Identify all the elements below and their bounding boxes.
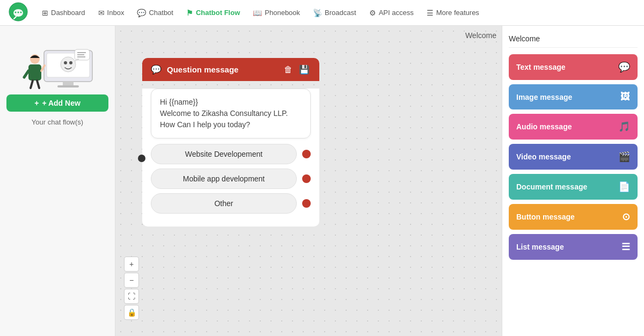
svg-point-9 [61, 57, 76, 72]
document-message-icon: 📄 [618, 181, 630, 193]
nav-chatbot-flow-label: Chatbot Flow [196, 9, 240, 17]
option-connector-1 [302, 150, 311, 158]
text-message-card[interactable]: Text message 💬 [509, 54, 638, 80]
phonebook-icon: 📖 [253, 9, 262, 17]
broadcast-icon: 📡 [313, 9, 322, 17]
button-message-label: Button message [516, 213, 575, 221]
nav-broadcast[interactable]: 📡 Broadcast [308, 5, 362, 20]
audio-message-card[interactable]: Audio message 🎵 [509, 114, 638, 140]
nav-chatbot[interactable]: 💬 Chatbot [131, 5, 179, 20]
list-message-icon: ☰ [621, 241, 630, 253]
image-message-card[interactable]: Image message 🖼 [509, 84, 638, 109]
list-message-label: List message [516, 243, 564, 251]
svg-rect-18 [28, 64, 41, 81]
right-panel-welcome: Welcome [509, 32, 638, 48]
video-message-icon: 🎬 [618, 151, 630, 163]
nav-chatbot-label: Chatbot [149, 9, 173, 17]
svg-point-3 [18, 11, 19, 13]
zoom-out-button[interactable]: − [124, 273, 139, 288]
left-sidebar: + + Add New Your chat flow(s) [0, 26, 115, 336]
option-pill-1[interactable]: Website Developement [151, 144, 297, 164]
button-message-card[interactable]: Button message ⊙ [509, 204, 638, 230]
nav-phonebook[interactable]: 📖 Phonebook [247, 5, 305, 20]
nav-more-label: More features [436, 9, 479, 17]
node-header: 💬 Question message 🗑 💾 [142, 58, 319, 81]
node-delete-button[interactable]: 🗑 [283, 63, 294, 76]
inbox-icon: ✉ [98, 9, 105, 17]
image-message-label: Image message [516, 93, 572, 101]
sidebar-illustration [14, 34, 100, 88]
right-panel: Welcome Text message 💬 Image message 🖼 A… [502, 26, 644, 336]
svg-line-19 [24, 71, 28, 77]
add-new-label: + Add New [42, 99, 80, 107]
node-header-actions: 🗑 💾 [283, 63, 311, 76]
text-message-label: Text message [516, 63, 566, 71]
text-message-icon: 💬 [618, 61, 630, 73]
api-icon: ⚙ [369, 9, 376, 17]
node-message-box: Hi {{name}} Welcome to Zikasha Consultan… [151, 89, 311, 138]
node-body: Hi {{name}} Welcome to Zikasha Consultan… [142, 89, 319, 227]
option-pill-3[interactable]: Other [151, 193, 297, 214]
welcome-text: Welcome [465, 31, 496, 40]
zoom-in-button[interactable]: + [124, 257, 139, 272]
canvas-area[interactable]: Welcome 💬 Question message 🗑 💾 Hi {{name… [115, 26, 502, 336]
svg-line-21 [31, 81, 33, 88]
svg-point-4 [20, 11, 22, 13]
nav-api-access[interactable]: ⚙ API access [364, 5, 419, 20]
flow-node: 💬 Question message 🗑 💾 Hi {{name}} Welco… [142, 58, 319, 227]
node-connector [138, 155, 145, 162]
svg-point-10 [64, 61, 67, 64]
option-row-2: Mobile app development [151, 169, 311, 189]
more-icon: ☰ [427, 9, 434, 17]
audio-message-label: Audio message [516, 122, 572, 131]
node-save-button[interactable]: 💾 [298, 63, 311, 76]
svg-line-22 [37, 81, 39, 88]
video-message-card[interactable]: Video message 🎬 [509, 144, 638, 170]
svg-point-11 [69, 61, 72, 64]
nav-api-label: API access [379, 9, 414, 17]
list-message-card[interactable]: List message ☰ [509, 234, 638, 260]
document-message-card[interactable]: Document message 📄 [509, 174, 638, 200]
nav-broadcast-label: Broadcast [325, 9, 356, 17]
audio-message-icon: 🎵 [618, 121, 630, 133]
canvas-controls: + − ⛶ 🔒 [124, 257, 139, 320]
add-icon: + [34, 99, 39, 107]
nav-phonebook-label: Phonebook [265, 9, 300, 17]
option-connector-3 [302, 199, 311, 208]
nav-dashboard[interactable]: ⊞ Dashboard [36, 5, 91, 20]
option-pill-2[interactable]: Mobile app development [151, 169, 297, 189]
nav-more-features[interactable]: ☰ More features [421, 5, 485, 20]
chat-flows-label: Your chat flow(s) [32, 118, 83, 126]
svg-rect-8 [57, 85, 79, 87]
option-connector-2 [302, 174, 311, 183]
chatbot-icon: 💬 [137, 9, 146, 17]
nav-inbox-label: Inbox [107, 9, 125, 17]
dashboard-icon: ⊞ [42, 9, 48, 17]
add-new-button[interactable]: + + Add New [6, 94, 108, 112]
chatbot-flow-icon: ⚑ [186, 9, 193, 17]
video-message-label: Video message [516, 152, 571, 161]
fit-button[interactable]: ⛶ [124, 289, 139, 304]
svg-rect-7 [63, 82, 74, 86]
main-layout: + + Add New Your chat flow(s) Welcome 💬 … [0, 26, 644, 336]
button-message-icon: ⊙ [622, 211, 630, 223]
node-header-icon: 💬 [151, 64, 162, 75]
app-logo[interactable] [9, 2, 28, 24]
lock-button[interactable]: 🔒 [124, 305, 139, 320]
option-row-3: Other [151, 193, 311, 214]
option-row-1: Website Developement [151, 144, 311, 164]
node-title: Question message [167, 65, 277, 74]
svg-point-2 [15, 11, 17, 13]
nav-dashboard-label: Dashboard [51, 9, 85, 17]
image-message-icon: 🖼 [620, 91, 630, 103]
document-message-label: Document message [516, 182, 587, 191]
top-navigation: ⊞ Dashboard ✉ Inbox 💬 Chatbot ⚑ Chatbot … [0, 0, 644, 26]
nav-inbox[interactable]: ✉ Inbox [93, 5, 130, 20]
nav-chatbot-flow[interactable]: ⚑ Chatbot Flow [181, 5, 245, 20]
